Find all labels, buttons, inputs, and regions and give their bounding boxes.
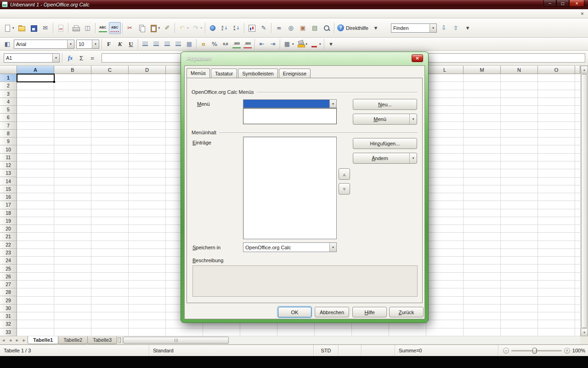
horizontal-scrollbar[interactable] <box>122 336 580 344</box>
row-header-14[interactable]: 14 <box>0 177 17 185</box>
decrease-indent-button[interactable]: ⇤ <box>256 39 267 49</box>
dialog-tab-menüs[interactable]: Menüs <box>187 68 210 78</box>
gallery-button[interactable]: ▣ <box>297 22 309 34</box>
page-preview-button[interactable]: ◫ <box>82 22 94 34</box>
row-header-1[interactable]: 1 <box>0 74 17 82</box>
save-button[interactable] <box>28 22 40 34</box>
horizontal-scrollbar-thumb[interactable] <box>123 337 229 344</box>
number-format-currency-button[interactable]: ¤ <box>198 39 209 49</box>
navigator-button[interactable]: ◎ <box>285 22 297 34</box>
align-left-button[interactable] <box>140 39 151 49</box>
sort-descending-button[interactable]: Z A↓ <box>231 22 243 34</box>
row-header-2[interactable]: 2 <box>0 82 17 90</box>
borders-dropdown[interactable]: ▾ <box>292 42 294 46</box>
align-justified-button[interactable] <box>173 39 184 49</box>
menu-dropdown-list[interactable] <box>243 108 337 124</box>
function-button[interactable]: = <box>87 53 98 63</box>
title-bar[interactable]: Unbenannt 1 - OpenOffice.org Calc ─ ▢ ✕ <box>0 0 588 9</box>
number-format-percent-button[interactable]: % <box>209 39 220 49</box>
data-sources-button[interactable]: ▤ <box>309 22 321 34</box>
move-down-button[interactable]: ▼ <box>339 183 350 195</box>
menu-combobox[interactable]: ▾ <box>243 99 337 108</box>
modify-dropdown[interactable]: ▾ <box>409 153 417 163</box>
row-header-16[interactable]: 16 <box>0 193 17 201</box>
bold-button[interactable]: F <box>103 39 114 49</box>
number-format-standard-button[interactable]: 0,0 <box>220 39 231 49</box>
new-document-button[interactable]: ▾ <box>2 22 16 34</box>
function-wizard-button[interactable]: fx <box>65 53 76 63</box>
column-header-a[interactable]: A <box>17 66 54 74</box>
row-header-30[interactable]: 30 <box>0 305 17 312</box>
row-header-10[interactable]: 10 <box>0 145 17 153</box>
column-header-l[interactable]: L <box>426 66 464 74</box>
vertical-scrollbar[interactable]: ▲ ▼ <box>580 66 588 336</box>
maximize-button[interactable]: ▢ <box>556 0 569 7</box>
save-in-combobox[interactable]: OpenOffice.org Calc ▾ <box>243 242 337 252</box>
open-button[interactable] <box>16 22 28 34</box>
background-color-button[interactable]: ▾ <box>295 39 309 49</box>
font-color-dropdown[interactable]: ▾ <box>319 42 321 46</box>
align-center-button[interactable] <box>151 39 162 49</box>
find-replace-button[interactable]: ∞ <box>273 22 285 34</box>
row-header-26[interactable]: 26 <box>0 273 17 281</box>
select-all-corner[interactable] <box>0 66 17 74</box>
toolbar-more-formatting-button[interactable]: ▾ <box>326 39 337 49</box>
font-name-combo-dropdown[interactable]: ▾ <box>67 40 74 48</box>
help-more-button[interactable]: ▾ <box>370 22 382 34</box>
name-box-dropdown[interactable]: ▾ <box>52 54 59 62</box>
increase-indent-button[interactable]: ⇥ <box>267 39 278 49</box>
row-header-24[interactable]: 24 <box>0 257 17 264</box>
find-previous-button[interactable]: ⇧ <box>450 22 462 34</box>
dialog-tab-tastatur[interactable]: Tastatur <box>211 69 237 78</box>
italic-button[interactable]: K <box>114 39 125 49</box>
row-header-15[interactable]: 15 <box>0 185 17 193</box>
sheet-tab-tabelle3[interactable]: Tabelle3 <box>87 336 117 344</box>
dialog-tab-ereignisse[interactable]: Ereignisse <box>279 69 311 78</box>
row-header-27[interactable]: 27 <box>0 281 17 288</box>
row-header-18[interactable]: 18 <box>0 209 17 217</box>
column-header-b[interactable]: B <box>54 66 91 74</box>
row-header-29[interactable]: 29 <box>0 296 17 304</box>
ok-button[interactable]: OK <box>278 307 311 317</box>
background-color-dropdown[interactable]: ▾ <box>306 42 308 46</box>
help-button[interactable]: Hilfe <box>352 307 387 317</box>
document-as-email-button[interactable]: ✉ <box>40 22 51 34</box>
new-document-dropdown[interactable]: ▾ <box>12 26 14 30</box>
spellcheck-button[interactable]: ABC <box>97 22 109 34</box>
dialog-tab-symbolleisten[interactable]: Symbolleisten <box>238 69 277 78</box>
back-button[interactable]: Zurück <box>389 307 424 317</box>
modify-button[interactable]: Ändern ▾ <box>353 153 417 164</box>
column-header-o[interactable]: O <box>538 66 575 74</box>
align-right-button[interactable] <box>162 39 173 49</box>
toolbar-more-standard-button[interactable]: ▾ <box>462 22 474 34</box>
row-header-25[interactable]: 25 <box>0 264 17 272</box>
merge-cells-button[interactable]: ▦ <box>184 39 195 49</box>
borders-button[interactable]: ▦▾ <box>282 39 295 49</box>
print-button[interactable] <box>70 22 82 34</box>
zoom-slider-thumb[interactable] <box>532 348 537 354</box>
last-sheet-button[interactable]: ▶ <box>21 336 28 344</box>
row-header-23[interactable]: 23 <box>0 249 17 257</box>
zoom-out-button[interactable]: − <box>503 348 509 354</box>
direkthilfe-button[interactable]: ?Direkthilfe <box>336 22 370 34</box>
scroll-up-button[interactable]: ▲ <box>581 66 588 74</box>
sheet-tab-tabelle2[interactable]: Tabelle2 <box>58 336 88 344</box>
column-header-c[interactable]: C <box>91 66 129 74</box>
export-pdf-button[interactable] <box>55 22 67 34</box>
name-box[interactable]: A1 ▾ <box>4 53 60 63</box>
column-header-m[interactable]: M <box>464 66 501 74</box>
minimize-button[interactable]: ─ <box>543 0 556 7</box>
save-in-dropdown[interactable]: ▾ <box>329 243 336 252</box>
dialog-close-button[interactable]: ✕ <box>412 54 423 62</box>
first-sheet-button[interactable]: ◀ <box>0 336 7 344</box>
tab-splitter[interactable] <box>118 337 121 343</box>
row-header-17[interactable]: 17 <box>0 201 17 209</box>
row-header-20[interactable]: 20 <box>0 225 17 233</box>
paste-button[interactable]: ▾ <box>148 22 162 34</box>
redo-dropdown[interactable]: ▾ <box>201 26 203 30</box>
new-menu-button[interactable]: Neu... <box>353 99 417 110</box>
delete-decimal-button[interactable]: .000 <box>242 39 253 49</box>
close-document-icon[interactable]: ✕ <box>579 11 586 17</box>
find-combo[interactable]: Finden▾ <box>391 23 437 33</box>
row-header-6[interactable]: 6 <box>0 114 17 121</box>
